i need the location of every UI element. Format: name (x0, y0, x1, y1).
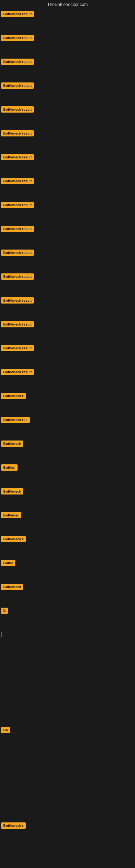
list-item[interactable] (0, 701, 135, 724)
list-item[interactable]: | (0, 629, 135, 653)
list-item[interactable]: Bottleneck result (0, 127, 135, 151)
cursor-indicator: | (1, 631, 2, 637)
bottleneck-result-badge[interactable]: Bottleneck result (1, 11, 34, 17)
list-item[interactable]: Bottleneck (0, 581, 135, 605)
list-item[interactable]: Bottleneck result (0, 104, 135, 127)
list-item[interactable]: Bottleneck result (0, 271, 135, 294)
bottleneck-result-badge[interactable]: Bottleneck result (1, 130, 34, 136)
list-item[interactable]: Bottleneck r (0, 533, 135, 557)
list-item[interactable]: Bottleneck result (0, 199, 135, 223)
list-item[interactable]: Bottleneck r (0, 820, 135, 844)
list-item[interactable]: Bottleneck result (0, 32, 135, 56)
bottleneck-result-badge[interactable]: Bottleneck res (1, 416, 30, 423)
bottleneck-result-badge[interactable]: Bottleneck r (1, 393, 26, 399)
list-item[interactable] (0, 653, 135, 677)
list-item[interactable]: Bottleneck result (0, 294, 135, 318)
bottleneck-result-badge[interactable]: Bottleneck result (1, 35, 34, 41)
bottleneck-result-badge[interactable]: Bottleneck result (1, 273, 34, 280)
bottleneck-result-badge[interactable]: Bottleneck r (1, 536, 26, 542)
list-item[interactable]: Bottle (0, 557, 135, 581)
bottleneck-result-badge[interactable]: Bottlenec (1, 512, 21, 518)
list-item[interactable] (0, 796, 135, 820)
list-item[interactable]: Bottleneck result (0, 56, 135, 80)
bottleneck-result-badge[interactable]: Bottleneck result (1, 106, 34, 113)
page-container: TheBottlenecker.com Bottleneck resultBot… (0, 0, 135, 868)
list-item[interactable]: Bottlen (0, 462, 135, 486)
bottleneck-result-badge[interactable]: Bottleneck result (1, 154, 34, 160)
list-item[interactable]: Bottleneck result (0, 366, 135, 390)
list-item[interactable]: Bottleneck res (0, 414, 135, 438)
bottleneck-result-badge[interactable]: Bottleneck result (1, 59, 34, 65)
list-item[interactable]: Bottleneck result (0, 175, 135, 199)
bottleneck-result-badge[interactable]: Bottleneck result (1, 178, 34, 184)
list-item[interactable] (0, 844, 135, 867)
bottleneck-result-badge[interactable]: Bottleneck result (1, 345, 34, 351)
bottleneck-result-badge[interactable]: Bottleneck (1, 488, 23, 495)
bottleneck-result-badge[interactable]: Bottleneck (1, 440, 23, 447)
list-item[interactable]: Bottleneck result (0, 342, 135, 366)
list-item[interactable]: Bottleneck result (0, 247, 135, 271)
list-item[interactable] (0, 748, 135, 772)
bottleneck-result-badge[interactable]: Bottle (1, 560, 15, 566)
bottleneck-result-badge[interactable]: Bottlen (1, 464, 17, 471)
list-item[interactable] (0, 677, 135, 701)
list-item[interactable]: B (0, 605, 135, 629)
bottleneck-result-badge[interactable]: Bottleneck (1, 584, 23, 590)
bottleneck-result-badge[interactable]: Bottleneck result (1, 250, 34, 256)
bottleneck-result-badge[interactable]: Bottleneck r (1, 823, 26, 829)
list-item[interactable] (0, 772, 135, 796)
bottleneck-result-badge[interactable]: Bottleneck result (1, 202, 34, 208)
list-item[interactable]: Bottleneck result (0, 223, 135, 247)
bottleneck-result-badge[interactable]: Bo (1, 727, 10, 733)
list-item[interactable]: Bottleneck (0, 438, 135, 462)
site-title: TheBottlenecker.com (0, 0, 135, 8)
bottleneck-result-badge[interactable]: Bottleneck result (1, 369, 34, 375)
bottleneck-result-badge[interactable]: B (1, 608, 8, 614)
list-item[interactable]: Bottleneck r (0, 390, 135, 414)
list-item[interactable]: Bottleneck (0, 486, 135, 509)
bottleneck-result-badge[interactable]: Bottleneck result (1, 226, 34, 232)
list-item[interactable]: Bottleneck result (0, 8, 135, 32)
bottleneck-result-badge[interactable]: Bottleneck result (1, 83, 34, 89)
bottleneck-result-badge[interactable]: Bottleneck result (1, 297, 34, 304)
list-item[interactable]: Bottlenec (0, 509, 135, 533)
list-item[interactable]: Bottleneck result (0, 151, 135, 175)
list-item[interactable]: Bo (0, 724, 135, 748)
list-item[interactable]: Bottleneck result (0, 80, 135, 104)
list-item[interactable]: Bottleneck result (0, 318, 135, 342)
bottleneck-result-badge[interactable]: Bottleneck result (1, 321, 34, 328)
rows-container: Bottleneck resultBottleneck resultBottle… (0, 8, 135, 868)
